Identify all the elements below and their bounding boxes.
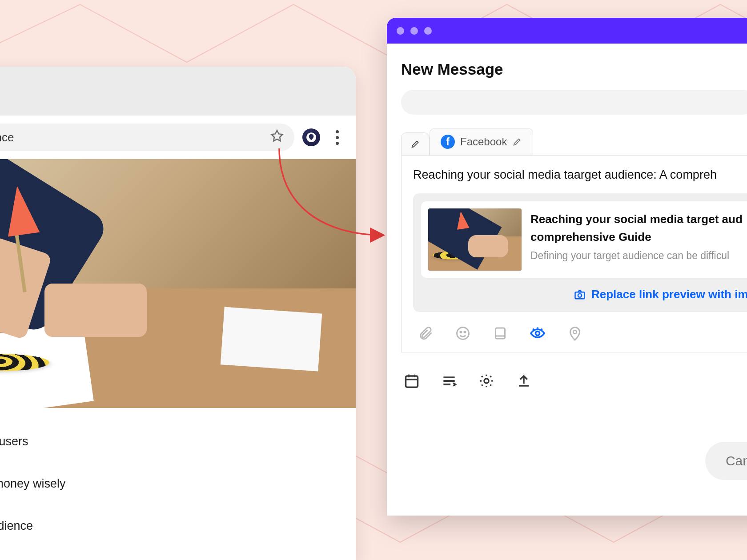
replace-preview-link[interactable]: Replace link preview with ima [421,278,747,304]
location-icon[interactable] [566,324,584,342]
browser-window: t-audience al media users me and money w… [0,67,356,560]
preview-title-line: Reaching your social media target aud [530,210,747,228]
window-dot [410,27,418,35]
preview-icon[interactable] [529,324,546,342]
svg-point-6 [536,332,540,336]
pencil-icon [512,137,522,147]
camera-icon [574,288,586,301]
cancel-label: Canc [726,453,747,468]
queue-icon[interactable] [440,372,458,390]
upload-icon[interactable] [515,372,533,390]
facebook-icon: f [441,135,455,149]
svg-point-7 [573,330,577,334]
recipient-field[interactable] [401,90,747,115]
svg-point-1 [578,293,582,297]
link-preview-card: Reaching your social media target aud co… [413,193,747,312]
compose-modal: New Message f Facebook Reaching your soc… [387,18,747,516]
article-line: al media users [0,435,343,448]
compose-area: Reaching your social media taarget audie… [401,155,747,352]
emoji-icon[interactable] [454,324,472,342]
svg-point-9 [484,379,489,383]
compose-toolstrip [413,312,747,342]
address-bar[interactable]: t-audience [0,124,294,151]
modal-titlebar [387,18,747,44]
network-tabs: f Facebook [401,128,747,155]
window-dot [424,27,432,35]
article-line: me and money wisely [0,477,343,491]
replace-preview-label: Replace link preview with ima [591,288,747,301]
cancel-button[interactable]: Canc [705,442,747,480]
browser-toolbar: t-audience [0,116,356,159]
svg-point-2 [457,328,469,340]
browser-tab-strip [0,67,356,116]
svg-point-4 [464,332,466,333]
svg-point-3 [460,332,462,333]
tab-edit-all[interactable] [401,132,430,155]
svg-rect-5 [496,328,505,339]
preview-description: Defining your target audience can be dif… [530,250,747,262]
article-body: al media users me and money wisely targe… [0,408,356,533]
tab-facebook[interactable]: f Facebook [430,128,533,155]
preview-thumbnail [428,208,522,271]
browser-menu-icon[interactable] [328,130,346,145]
extension-icon[interactable] [302,128,320,146]
preview-title-line: comprehensive Guide [530,228,747,246]
attach-icon[interactable] [417,324,434,342]
modal-title: New Message [401,60,747,78]
article-line: target audience [0,519,343,533]
url-text: t-audience [0,131,14,144]
note-icon[interactable] [491,324,509,342]
pencil-icon [410,139,420,149]
schedule-action-row [401,352,747,390]
tab-facebook-label: Facebook [460,136,507,148]
settings-icon[interactable] [478,372,495,390]
window-dot [397,27,404,35]
svg-rect-8 [406,376,418,387]
calendar-icon[interactable] [403,372,421,390]
article-hero-image [0,159,356,408]
bookmark-star-icon[interactable] [269,128,285,147]
compose-text[interactable]: Reaching your social media taarget audie… [413,168,747,182]
